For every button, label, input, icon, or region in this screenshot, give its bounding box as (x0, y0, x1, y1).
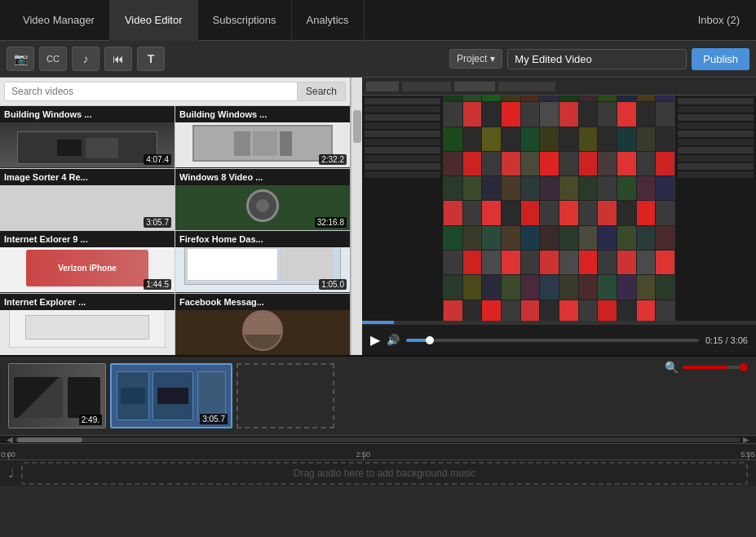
clip-duration: 2:49. (79, 415, 102, 425)
zoom-slider[interactable] (683, 366, 748, 369)
video-title-overlay: Facebook Messag... (175, 294, 350, 310)
ruler-marks: 0:00 2:50 5:55 (8, 444, 748, 460)
video-title-overlay: Windows 8 Video ... (175, 169, 350, 185)
video-player: ▶ 🔊 0:15 / 3:06 (362, 78, 756, 355)
trim-tool-button[interactable]: ⏮ (104, 47, 132, 71)
audio-placeholder-text: Drag audio here to add background music (294, 468, 475, 479)
publish-button[interactable]: Publish (692, 48, 749, 70)
toolbar-right: Project ▾ Publish (449, 48, 749, 70)
video-thumbnail: Building Windows ... 2:32.2 (175, 106, 350, 167)
text-tool-button[interactable]: T (137, 47, 165, 71)
scroll-thumb[interactable] (17, 437, 82, 442)
project-label: Project (457, 53, 487, 64)
current-time: 0:15 (705, 335, 723, 345)
timeline-area: 2:49. 3:05.7 🔍 (0, 355, 756, 486)
list-item[interactable]: Internet Explorer ... (0, 294, 175, 356)
list-item[interactable]: Windows 8 Video ... 32:16.8 (175, 169, 350, 231)
video-thumbnail: Image Sorter 4 Re... 3:05.7 (0, 169, 175, 230)
list-item[interactable]: Building Windows ... 2:32.2 (175, 106, 350, 168)
project-dropdown[interactable]: Project ▾ (449, 49, 502, 69)
audio-icon: ♩ (8, 465, 15, 481)
list-item[interactable]: Facebook Messag... (175, 294, 350, 356)
video-thumbnail: Windows 8 Video ... 32:16.8 (175, 169, 350, 230)
cc-icon: CC (46, 54, 60, 64)
list-item[interactable]: Image Sorter 4 Re... 3:05.7 (0, 169, 175, 231)
video-title-overlay: Image Sorter 4 Re... (0, 169, 175, 185)
time-display: 0:15 / 3:06 (705, 335, 748, 345)
top-navigation: Video Manager Video Editor Subscriptions… (0, 0, 756, 41)
player-screen (362, 78, 756, 324)
timeline-clip[interactable]: 3:05.7 (110, 363, 232, 428)
cc-tool-button[interactable]: CC (39, 47, 67, 71)
video-thumbnail: Internet Explorer ... (0, 294, 175, 355)
camera-tool-button[interactable]: 📷 (7, 47, 34, 71)
video-title-overlay: Internet Explorer ... (0, 294, 175, 310)
scrollbar-thumb[interactable] (353, 110, 361, 143)
video-title-overlay: Firefox Home Das... (175, 231, 350, 247)
tab-analytics[interactable]: Analytics (292, 0, 365, 41)
text-icon: T (148, 52, 155, 65)
scroll-track[interactable] (15, 437, 741, 442)
editor-toolbar: 📷 CC ♪ ⏮ T Project ▾ Publish (0, 41, 756, 78)
zoom-thumb[interactable] (740, 363, 748, 371)
video-title-input[interactable] (507, 49, 687, 69)
timeline-ruler: 0:00 2:50 5:55 (0, 443, 756, 459)
video-duration: 1:05.0 (319, 279, 347, 290)
video-duration: 32:16.8 (315, 217, 347, 228)
zoom-out-icon[interactable]: 🔍 (665, 361, 679, 374)
left-panel-wrapper: Search Building Windows ... 4:07.4 (0, 78, 362, 355)
video-duration: 2:32.2 (319, 154, 347, 165)
audio-track: ♩ Drag audio here to add background musi… (0, 459, 756, 486)
video-title-overlay: Building Windows ... (0, 106, 175, 122)
clip-duration: 3:05.7 (200, 414, 228, 424)
video-title-overlay: Internet Exlorer 9 ... (0, 231, 175, 247)
video-duration: 4:07.4 (144, 154, 171, 165)
search-bar: Search (0, 78, 350, 106)
inbox-link[interactable]: Inbox (2) (690, 14, 748, 26)
ruler-label: 2:50 (356, 450, 371, 459)
video-thumbnail: Internet Exlorer 9 ... Verizon iPhone 1:… (0, 231, 175, 292)
video-thumbnail: Firefox Home Das... 1:05.0 (175, 231, 350, 292)
tab-video-manager[interactable]: Video Manager (8, 0, 110, 41)
music-tool-button[interactable]: ♪ (72, 47, 99, 71)
timeline-scrollbar: ◀ ▶ (0, 435, 756, 443)
video-library-panel: Search Building Windows ... 4:07.4 (0, 78, 351, 355)
video-thumbnail: Facebook Messag... (175, 294, 350, 355)
total-time: 3:06 (731, 335, 748, 345)
video-duration: 3:05.7 (144, 217, 171, 228)
list-item[interactable]: Building Windows ... 4:07.4 (0, 106, 175, 168)
video-title-overlay: Building Windows ... (175, 106, 350, 122)
video-grid: Building Windows ... 4:07.4 Building (0, 106, 350, 355)
tab-video-editor[interactable]: Video Editor (110, 0, 198, 41)
ruler-label: 0:00 (1, 450, 15, 459)
zoom-fill (683, 366, 728, 369)
volume-button[interactable]: 🔊 (387, 334, 400, 346)
list-item[interactable]: Internet Exlorer 9 ... Verizon iPhone 1:… (0, 231, 175, 293)
clip-drop-placeholder (237, 363, 334, 428)
search-button[interactable]: Search (298, 82, 346, 101)
video-duration: 1:44.5 (144, 279, 171, 290)
camera-icon: 📷 (14, 52, 28, 65)
player-controls: ▶ 🔊 0:15 / 3:06 (362, 324, 756, 355)
audio-drop-zone[interactable]: Drag audio here to add background music (21, 462, 748, 485)
zoom-controls: 🔍 (665, 361, 748, 374)
progress-thumb[interactable] (426, 336, 434, 344)
play-button[interactable]: ▶ (370, 332, 380, 348)
video-thumbnail: Building Windows ... 4:07.4 (0, 106, 175, 167)
tab-subscriptions[interactable]: Subscriptions (198, 0, 292, 41)
video-list-scrollbar[interactable] (351, 78, 362, 355)
ruler-label: 5:55 (741, 450, 755, 459)
timeline-track: 2:49. 3:05.7 🔍 (0, 357, 756, 435)
search-input[interactable] (4, 82, 298, 101)
trim-icon: ⏮ (113, 52, 124, 65)
timeline-clip[interactable]: 2:49. (8, 363, 106, 428)
music-icon: ♪ (83, 52, 89, 65)
main-area: Search Building Windows ... 4:07.4 (0, 78, 756, 355)
progress-bar[interactable] (406, 339, 699, 342)
list-item[interactable]: Firefox Home Das... 1:05.0 (175, 231, 350, 293)
dropdown-arrow-icon: ▾ (490, 53, 495, 64)
